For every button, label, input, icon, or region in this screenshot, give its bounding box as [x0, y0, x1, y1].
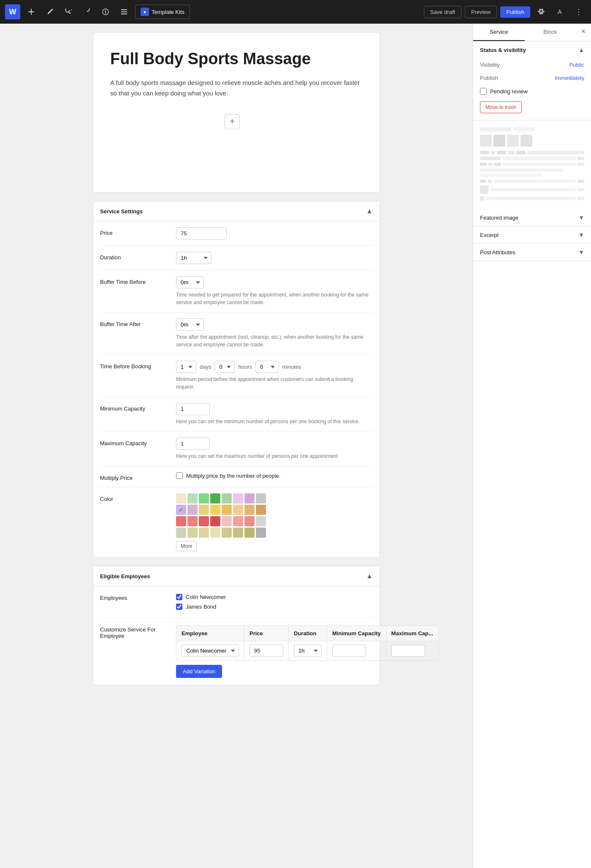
publish-button[interactable]: Publish — [500, 6, 530, 18]
buffer-before-select[interactable]: 0m 5m 10m 15m — [176, 276, 204, 288]
template-kits-button[interactable]: ● Template Kits — [135, 5, 190, 19]
color-swatch[interactable] — [187, 516, 198, 526]
redo-button[interactable] — [79, 4, 95, 19]
variation-price-input[interactable] — [249, 645, 283, 657]
pending-review-checkbox[interactable] — [480, 88, 487, 95]
add-block-button[interactable] — [24, 4, 39, 19]
color-swatch[interactable] — [222, 528, 232, 538]
th-max-capacity: Maximum Cap... — [386, 626, 438, 641]
tab-service[interactable]: Service — [473, 24, 525, 41]
move-to-trash-button[interactable]: Move to trash — [480, 101, 522, 113]
color-swatch[interactable] — [199, 505, 209, 515]
service-settings-chevron-icon: ▲ — [366, 207, 373, 215]
post-title[interactable]: Full Body Sports Massage — [110, 49, 363, 69]
add-block-in-content-button[interactable]: + — [225, 114, 240, 129]
edit-button[interactable] — [42, 4, 57, 19]
color-swatch[interactable] — [233, 528, 243, 538]
color-swatch[interactable] — [210, 505, 220, 515]
account-button[interactable]: A — [552, 4, 567, 19]
multiply-price-checkbox[interactable] — [176, 472, 183, 479]
color-swatch[interactable] — [222, 505, 232, 515]
buffer-after-select[interactable]: 0m 5m 10m — [176, 318, 204, 331]
time-before-control: 1 2 3 days 0 1 hours 0 — [176, 361, 373, 391]
wp-logo-icon[interactable]: W — [5, 4, 20, 19]
employee-variation-select[interactable]: Colin Newcomer James Bond — [182, 645, 239, 657]
customize-service-control: Employee Price Duration Minimum Capacity… — [176, 624, 439, 678]
color-swatch[interactable] — [244, 505, 255, 515]
color-swatch[interactable] — [199, 493, 209, 503]
time-before-days-select[interactable]: 1 2 3 — [176, 361, 196, 373]
variation-max-capacity-input[interactable] — [391, 645, 425, 657]
employee-colin-checkbox[interactable] — [176, 594, 182, 600]
time-before-label: Time Before Booking — [100, 361, 168, 370]
color-swatch[interactable] — [176, 516, 186, 526]
color-swatch[interactable] — [210, 516, 220, 526]
add-variation-button[interactable]: Add Variation — [176, 665, 222, 678]
tab-block[interactable]: Block — [525, 24, 576, 41]
employee-colin-label: Colin Newcomer — [186, 594, 226, 600]
color-swatch[interactable] — [244, 516, 255, 526]
color-swatch[interactable] — [176, 493, 186, 503]
eligible-employees-header[interactable]: Eligible Employees ▲ — [93, 566, 380, 586]
buffer-before-desc: Time needed to get prepared for the appo… — [176, 291, 373, 306]
post-attributes-header[interactable]: Post Attributes ▼ — [473, 244, 591, 261]
price-input[interactable] — [176, 227, 227, 239]
max-capacity-control: Here you can set the maximum number of p… — [176, 438, 373, 460]
service-settings-header[interactable]: Service Settings ▲ — [93, 201, 380, 221]
color-swatch[interactable]: ✓ — [176, 505, 186, 515]
featured-image-header[interactable]: Featured image ▼ — [473, 209, 591, 226]
color-swatch[interactable] — [176, 528, 186, 538]
max-capacity-input[interactable] — [176, 438, 210, 450]
duration-select[interactable]: 15m 30m 45m 1h 1h 15m 1h 30m 2h — [176, 252, 211, 264]
min-capacity-row: Minimum Capacity Here you can set the mi… — [100, 397, 373, 432]
buffer-before-label: Buffer Time Before — [100, 276, 168, 285]
visibility-value[interactable]: Public — [569, 62, 584, 68]
preview-button[interactable]: Preview — [465, 6, 497, 18]
color-swatch[interactable] — [244, 493, 255, 503]
color-swatch[interactable] — [244, 528, 255, 538]
color-swatch[interactable] — [187, 528, 198, 538]
color-swatch[interactable] — [187, 493, 198, 503]
toolbar-right: Save draft Preview Publish A ⋮ — [424, 4, 586, 19]
color-swatch[interactable] — [256, 493, 266, 503]
variation-duration-select[interactable]: 1h 30m 2h — [294, 645, 322, 657]
color-swatch[interactable] — [222, 516, 232, 526]
more-options-button[interactable]: ⋮ — [571, 4, 586, 19]
color-swatch[interactable] — [256, 505, 266, 515]
color-swatch[interactable] — [256, 516, 266, 526]
sidebar-close-button[interactable]: × — [576, 24, 591, 39]
time-before-hours-select[interactable]: 0 1 — [214, 361, 235, 373]
undo-button[interactable] — [61, 4, 76, 19]
color-swatch[interactable] — [199, 528, 209, 538]
color-swatch[interactable] — [199, 516, 209, 526]
time-before-minutes-select[interactable]: 0 15 30 — [255, 361, 279, 373]
list-view-button[interactable] — [117, 4, 132, 19]
color-swatch[interactable] — [256, 528, 266, 538]
min-capacity-input[interactable] — [176, 403, 210, 415]
color-swatch[interactable] — [233, 516, 243, 526]
color-swatch[interactable] — [222, 493, 232, 503]
sidebar: Service Block × Status & visibility ▲ Vi… — [473, 24, 591, 868]
excerpt-header[interactable]: Excerpt ▼ — [473, 226, 591, 243]
color-swatch[interactable] — [233, 493, 243, 503]
color-more-button[interactable]: More — [176, 541, 197, 551]
status-visibility-header[interactable]: Status & visibility ▲ — [473, 41, 591, 58]
variation-min-capacity-input[interactable] — [332, 645, 366, 657]
days-label: days — [200, 364, 211, 370]
customize-service-label: Customize Service For Employee — [100, 624, 168, 639]
employee-james-checkbox[interactable] — [176, 604, 182, 610]
settings-button[interactable] — [534, 4, 549, 19]
buffer-after-row: Buffer Time After 0m 5m 10m Time after t… — [100, 313, 373, 355]
publish-label: Publish — [480, 75, 498, 81]
color-control: ✓ More — [176, 493, 373, 551]
color-swatch[interactable] — [210, 493, 220, 503]
duration-label: Duration — [100, 252, 168, 261]
color-swatch[interactable] — [233, 505, 243, 515]
publish-value[interactable]: Immediately — [555, 75, 584, 81]
save-draft-button[interactable]: Save draft — [424, 6, 461, 18]
color-swatch[interactable] — [210, 528, 220, 538]
info-button[interactable] — [98, 4, 113, 19]
multiply-price-row: Multiply Price Multiply price by the num… — [100, 466, 373, 487]
post-paragraph[interactable]: A full body sports massage designed to r… — [110, 77, 363, 99]
color-swatch[interactable] — [187, 505, 198, 515]
